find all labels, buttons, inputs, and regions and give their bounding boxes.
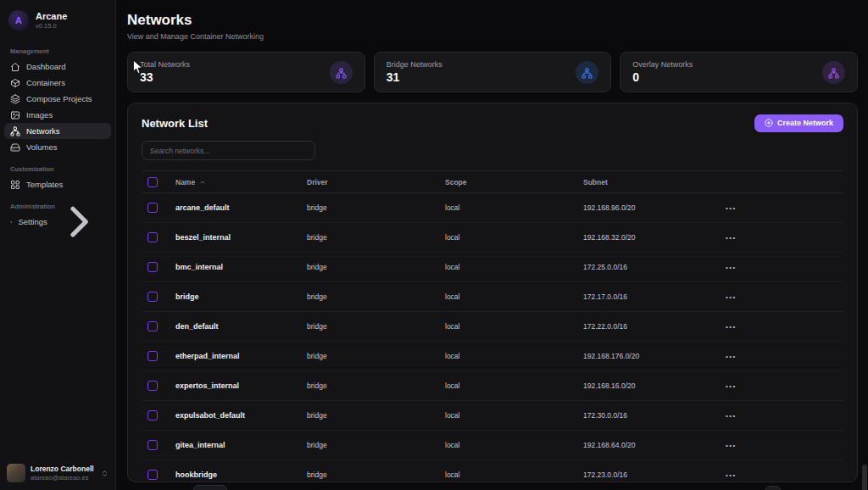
cell-scope: local bbox=[445, 203, 583, 212]
app-version: v0.15.0 bbox=[36, 22, 67, 30]
app-name: Arcane bbox=[36, 11, 67, 22]
chevrons-up-down-icon bbox=[101, 465, 108, 481]
cell-subnet: 192.168.176.0/20 bbox=[583, 352, 726, 360]
main-content: Networks View and Manage Container Netwo… bbox=[116, 0, 868, 490]
sidebar-item-images[interactable]: Images bbox=[4, 107, 111, 123]
sidebar-item-containers[interactable]: Containers bbox=[4, 75, 111, 91]
cell-driver: bridge bbox=[307, 352, 445, 360]
table-row: hookbridge bridge local 172.23.0.0/16 ••… bbox=[142, 460, 843, 482]
sidebar-section-label: Customization bbox=[10, 165, 105, 173]
cell-scope: local bbox=[445, 263, 583, 271]
cell-scope: local bbox=[445, 441, 583, 449]
row-checkbox[interactable] bbox=[147, 321, 158, 331]
cell-scope: local bbox=[445, 292, 583, 301]
table-header-row: Name Driver Scope Subnet bbox=[142, 170, 843, 193]
stat-label: Total Networks bbox=[140, 60, 190, 69]
row-checkbox[interactable] bbox=[147, 292, 158, 302]
column-header-driver[interactable]: Driver bbox=[307, 178, 445, 187]
app-logo-row[interactable]: A Arcane v0.15.0 bbox=[0, 0, 115, 37]
row-checkbox[interactable] bbox=[147, 351, 158, 361]
row-actions-menu-icon[interactable]: ••• bbox=[726, 382, 746, 390]
stat-value: 31 bbox=[387, 70, 442, 84]
cell-subnet: 192.168.96.0/20 bbox=[583, 203, 726, 212]
row-checkbox[interactable] bbox=[147, 262, 158, 272]
cell-subnet: 192.168.64.0/20 bbox=[583, 441, 726, 449]
pagination-page-size-stub[interactable] bbox=[193, 485, 227, 490]
stat-card: Bridge Networks 31 bbox=[374, 52, 612, 92]
select-all-checkbox[interactable] bbox=[147, 177, 158, 187]
cell-network-name: beszel_internal bbox=[175, 233, 307, 242]
user-menu[interactable]: Lorenzo Carbonell atareao@atareao.es bbox=[0, 456, 115, 490]
table-row: expulsabot_default bridge local 172.30.0… bbox=[142, 401, 843, 431]
cell-scope: local bbox=[445, 471, 583, 479]
row-actions-menu-icon[interactable]: ••• bbox=[726, 353, 746, 360]
sidebar: A Arcane v0.15.0 Management Dashboard Co… bbox=[0, 0, 116, 490]
table-row: beszel_internal bridge local 192.168.32.… bbox=[142, 223, 843, 253]
sidebar-item-dashboard[interactable]: Dashboard bbox=[4, 58, 111, 75]
sidebar-section-label: Management bbox=[10, 47, 105, 55]
cell-subnet: 192.168.32.0/20 bbox=[583, 233, 726, 242]
networks-table: Name Driver Scope Subnet arcane_default … bbox=[142, 170, 843, 482]
stat-value: 33 bbox=[140, 70, 190, 84]
stat-card: Total Networks 33 bbox=[127, 52, 365, 92]
row-actions-menu-icon[interactable]: ••• bbox=[726, 442, 746, 449]
table-row: etherpad_internal bridge local 192.168.1… bbox=[142, 342, 843, 371]
stat-label: Bridge Networks bbox=[387, 60, 442, 69]
table-row: expertos_internal bridge local 192.168.1… bbox=[142, 371, 843, 401]
network-icon bbox=[10, 126, 20, 136]
stats-row: Total Networks 33 Bridge Networks 31 Ove… bbox=[127, 52, 858, 92]
cell-driver: bridge bbox=[307, 263, 445, 271]
cell-subnet: 192.168.16.0/20 bbox=[583, 381, 726, 390]
search-input[interactable] bbox=[142, 141, 315, 160]
cell-subnet: 172.23.0.0/16 bbox=[583, 471, 726, 479]
sidebar-item-settings[interactable]: Settings bbox=[4, 214, 111, 230]
row-actions-menu-icon[interactable]: ••• bbox=[726, 204, 746, 212]
cell-driver: bridge bbox=[307, 441, 445, 449]
sidebar-item-compose-projects[interactable]: Compose Projects bbox=[4, 91, 111, 107]
cell-network-name: hookbridge bbox=[175, 471, 307, 479]
column-header-name[interactable]: Name bbox=[175, 178, 307, 187]
row-actions-menu-icon[interactable]: ••• bbox=[726, 412, 746, 420]
scrollbar-thumb[interactable] bbox=[862, 465, 867, 490]
cell-network-name: bridge bbox=[175, 292, 307, 301]
create-network-button[interactable]: Create Network bbox=[754, 114, 843, 132]
cell-network-name: arcane_default bbox=[175, 203, 307, 212]
cell-network-name: expulsabot_default bbox=[175, 411, 307, 420]
row-actions-menu-icon[interactable]: ••• bbox=[726, 234, 746, 242]
sidebar-item-volumes[interactable]: Volumes bbox=[4, 139, 111, 155]
cell-scope: local bbox=[445, 352, 583, 360]
page-subtitle: View and Manage Container Networking bbox=[127, 32, 858, 41]
cell-driver: bridge bbox=[307, 292, 445, 301]
volume-icon bbox=[10, 142, 20, 153]
cell-driver: bridge bbox=[307, 471, 445, 479]
row-actions-menu-icon[interactable]: ••• bbox=[726, 323, 746, 331]
network-icon bbox=[330, 61, 353, 84]
column-header-scope[interactable]: Scope bbox=[445, 178, 583, 187]
cell-driver: bridge bbox=[307, 233, 445, 242]
avatar bbox=[7, 464, 25, 482]
row-actions-menu-icon[interactable]: ••• bbox=[726, 264, 746, 271]
row-actions-menu-icon[interactable]: ••• bbox=[726, 293, 746, 301]
cell-driver: bridge bbox=[307, 381, 445, 390]
row-checkbox[interactable] bbox=[147, 410, 158, 420]
cell-driver: bridge bbox=[307, 203, 445, 212]
sidebar-item-networks[interactable]: Networks bbox=[4, 123, 111, 139]
column-header-subnet[interactable]: Subnet bbox=[583, 178, 726, 187]
table-row: bmc_internal bridge local 172.25.0.0/16 … bbox=[142, 253, 843, 282]
sidebar-item-templates[interactable]: Templates bbox=[4, 176, 111, 192]
container-icon bbox=[10, 78, 20, 88]
table-row: arcane_default bridge local 192.168.96.0… bbox=[142, 193, 843, 223]
row-actions-menu-icon[interactable]: ••• bbox=[726, 471, 746, 479]
sidebar-nav: Management Dashboard Containers Compose … bbox=[0, 37, 115, 230]
row-checkbox[interactable] bbox=[147, 203, 158, 213]
cell-network-name: den_default bbox=[175, 322, 307, 331]
stat-label: Overlay Networks bbox=[632, 60, 693, 69]
cell-subnet: 172.25.0.0/16 bbox=[583, 263, 726, 271]
pagination-nav-stub[interactable] bbox=[765, 486, 781, 490]
row-checkbox[interactable] bbox=[147, 232, 158, 242]
page-title: Networks bbox=[127, 12, 858, 29]
row-checkbox[interactable] bbox=[147, 470, 158, 480]
row-checkbox[interactable] bbox=[147, 440, 158, 450]
row-checkbox[interactable] bbox=[147, 381, 158, 391]
cell-network-name: bmc_internal bbox=[175, 263, 307, 271]
